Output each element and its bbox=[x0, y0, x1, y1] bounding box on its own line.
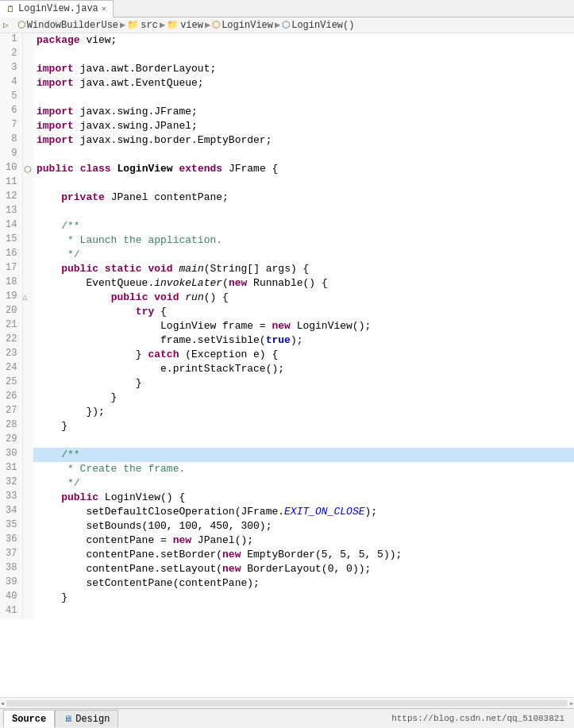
breadcrumb-sep4: ▶ bbox=[275, 19, 280, 31]
line-number: 29 bbox=[0, 433, 22, 448]
line-content bbox=[33, 433, 574, 448]
gutter-cell bbox=[22, 62, 33, 76]
status-url: https://blog.csdn.net/qq_51083821 bbox=[391, 714, 571, 723]
gutter-cell bbox=[22, 248, 33, 262]
breadcrumb-view[interactable]: view bbox=[180, 20, 203, 31]
gutter-cell bbox=[22, 219, 33, 233]
breadcrumb-class[interactable]: LoginView bbox=[222, 20, 273, 31]
line-content: /** bbox=[33, 219, 574, 233]
gutter-cell bbox=[22, 233, 33, 248]
code-table: 1package view;2 3import java.awt.BorderL… bbox=[0, 33, 574, 619]
breadcrumb-src[interactable]: src bbox=[141, 20, 158, 31]
line-number: 40 bbox=[0, 591, 22, 605]
table-row: 25 } bbox=[0, 376, 574, 391]
code-container[interactable]: 1package view;2 3import java.awt.BorderL… bbox=[0, 33, 574, 697]
line-number: 37 bbox=[0, 548, 22, 562]
line-number: 7 bbox=[0, 119, 22, 133]
breadcrumb-project-icon: ⬡ bbox=[17, 19, 25, 31]
line-content bbox=[33, 91, 574, 105]
table-row: 22 frame.setVisible(true); bbox=[0, 333, 574, 348]
line-number: 20 bbox=[0, 305, 22, 319]
line-content: }); bbox=[33, 405, 574, 419]
breadcrumb-view-icon: 📁 bbox=[167, 19, 179, 31]
line-content: import javax.swing.JPanel; bbox=[33, 119, 574, 133]
table-row: 28 } bbox=[0, 419, 574, 433]
line-content: import javax.swing.border.EmptyBorder; bbox=[33, 133, 574, 148]
file-tab-icon: 🗒 bbox=[6, 4, 15, 14]
line-number: 31 bbox=[0, 462, 22, 476]
gutter-cell bbox=[22, 605, 33, 619]
table-row: 11 bbox=[0, 176, 574, 191]
file-tab-label: LoginView.java bbox=[18, 3, 98, 14]
line-content: } bbox=[33, 591, 574, 605]
gutter-cell bbox=[22, 419, 33, 433]
gutter-cell bbox=[22, 562, 33, 576]
table-row: 36 contentPane = new JPanel(); bbox=[0, 533, 574, 548]
line-number: 24 bbox=[0, 362, 22, 376]
gutter-cell bbox=[22, 448, 33, 462]
line-content: } bbox=[33, 419, 574, 433]
table-row: 27 }); bbox=[0, 405, 574, 419]
breadcrumb-project[interactable]: WindowBuilderUse bbox=[27, 20, 118, 31]
table-row: 4import java.awt.EventQueue; bbox=[0, 76, 574, 91]
gutter-cell bbox=[22, 591, 33, 605]
line-number: 2 bbox=[0, 48, 22, 62]
line-number: 11 bbox=[0, 176, 22, 191]
line-number: 35 bbox=[0, 519, 22, 533]
line-content: public class LoginView extends JFrame { bbox=[33, 162, 574, 176]
design-tab[interactable]: 🖥 Design bbox=[55, 710, 118, 727]
table-row: 10⬡public class LoginView extends JFrame… bbox=[0, 162, 574, 176]
source-tab[interactable]: Source bbox=[3, 710, 55, 727]
line-number: 1 bbox=[0, 33, 22, 48]
gutter-cell bbox=[22, 76, 33, 91]
line-content: } catch (Exception e) { bbox=[33, 348, 574, 362]
table-row: 41 bbox=[0, 605, 574, 619]
table-row: 39 setContentPane(contentPane); bbox=[0, 576, 574, 591]
file-tab[interactable]: 🗒 LoginView.java ✕ bbox=[0, 0, 114, 17]
line-number: 16 bbox=[0, 248, 22, 262]
line-number: 6 bbox=[0, 105, 22, 119]
tab-close-icon[interactable]: ✕ bbox=[102, 4, 106, 13]
table-row: 16 */ bbox=[0, 248, 574, 262]
table-row: 35 setBounds(100, 100, 450, 300); bbox=[0, 519, 574, 533]
breadcrumb-sep3: ▶ bbox=[205, 19, 210, 31]
table-row: 21 LoginView frame = new LoginView(); bbox=[0, 319, 574, 333]
table-row: 7import javax.swing.JPanel; bbox=[0, 119, 574, 133]
line-content: } bbox=[33, 376, 574, 391]
design-tab-label: Design bbox=[75, 714, 110, 725]
line-content: /** bbox=[33, 448, 574, 462]
line-content: frame.setVisible(true); bbox=[33, 333, 574, 348]
gutter-cell bbox=[22, 133, 33, 148]
table-row: 40 } bbox=[0, 591, 574, 605]
gutter-cell bbox=[22, 205, 33, 219]
scroll-right-icon[interactable]: ▸ bbox=[569, 699, 574, 708]
bottom-bar: Source 🖥 Design https://blog.csdn.net/qq… bbox=[0, 708, 574, 728]
gutter-cell bbox=[22, 405, 33, 419]
line-content: setDefaultCloseOperation(JFrame.EXIT_ON_… bbox=[33, 505, 574, 519]
table-row: 23 } catch (Exception e) { bbox=[0, 348, 574, 362]
tab-bar: 🗒 LoginView.java ✕ bbox=[0, 0, 574, 17]
line-content: */ bbox=[33, 476, 574, 491]
table-row: 13 bbox=[0, 205, 574, 219]
table-row: 2 bbox=[0, 48, 574, 62]
line-content: contentPane = new JPanel(); bbox=[33, 533, 574, 548]
line-content: setBounds(100, 100, 450, 300); bbox=[33, 519, 574, 533]
table-row: 8import javax.swing.border.EmptyBorder; bbox=[0, 133, 574, 148]
line-number: 19 bbox=[0, 291, 22, 305]
table-row: 17 public static void main(String[] args… bbox=[0, 262, 574, 276]
table-row: 18 EventQueue.invokeLater(new Runnable()… bbox=[0, 276, 574, 291]
table-row: 9 bbox=[0, 148, 574, 162]
table-row: 19△ public void run() { bbox=[0, 291, 574, 305]
scroll-left-icon[interactable]: ◂ bbox=[0, 699, 5, 708]
line-content: package view; bbox=[33, 33, 574, 48]
gutter-cell bbox=[22, 191, 33, 205]
line-number: 22 bbox=[0, 333, 22, 348]
breadcrumb-method[interactable]: LoginView() bbox=[291, 20, 354, 31]
line-number: 32 bbox=[0, 476, 22, 491]
gutter-cell bbox=[22, 362, 33, 376]
gutter-cell bbox=[22, 548, 33, 562]
line-number: 18 bbox=[0, 276, 22, 291]
horizontal-scrollbar[interactable]: ◂ ▸ bbox=[0, 697, 574, 708]
fold-arrow-icon[interactable]: △ bbox=[23, 293, 28, 302]
gutter-cell bbox=[22, 105, 33, 119]
